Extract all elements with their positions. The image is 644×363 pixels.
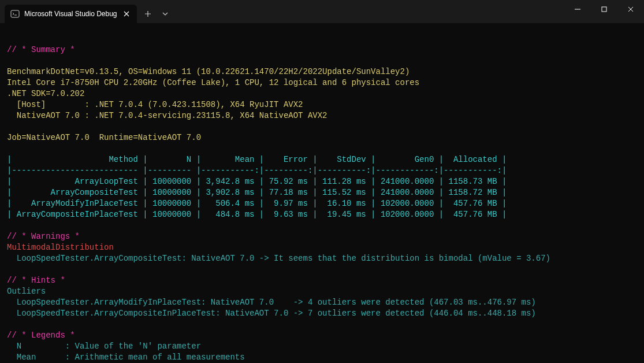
table-row: | ArrayCompositeInPlaceTest | 10000000 |… [7, 210, 507, 219]
env-line: BenchmarkDotNet=v0.13.5, OS=Windows 11 (… [7, 67, 410, 76]
warnings-header: // * Warnings * [7, 232, 80, 241]
hints-line: LoopSpeedTester.ArrayModifyInPlaceTest: … [7, 298, 536, 307]
tab-title: Microsoft Visual Studio Debug [24, 9, 117, 20]
summary-header: // * Summary * [7, 45, 75, 54]
table-row: | ArrayModifyInPlaceTest | 10000000 | 50… [7, 199, 507, 208]
tab-dropdown-button[interactable] [157, 6, 174, 22]
env-line: Intel Core i7-8750H CPU 2.20GHz (Coffee … [7, 78, 419, 87]
warnings-title: MultimodalDistribution [7, 243, 114, 252]
table-header: | Method | N | Mean | Error | StdDev | G… [7, 155, 507, 164]
hints-header: // * Hints * [7, 276, 65, 285]
terminal-icon [10, 9, 20, 18]
hints-title: Outliers [7, 287, 46, 296]
close-window-button[interactable] [617, 0, 644, 18]
svg-rect-3 [602, 7, 606, 12]
legends-line: Mean : Arithmetic mean of all measuremen… [7, 353, 245, 362]
hints-line: LoopSpeedTester.ArrayCompositeInPlaceTes… [7, 309, 536, 318]
tab-close-button[interactable] [122, 9, 131, 18]
env-line: [Host] : .NET 7.0.4 (7.0.423.11508), X64… [7, 100, 303, 109]
maximize-button[interactable] [591, 0, 617, 18]
legends-header: // * Legends * [7, 331, 75, 340]
terminal-tab[interactable]: Microsoft Visual Studio Debug [5, 5, 137, 23]
table-row: | ArrayLoopTest | 10000000 | 3,942.8 ms … [7, 177, 507, 186]
env-line: NativeAOT 7.0 : .NET 7.0.4-servicing.231… [7, 111, 327, 120]
minimize-button[interactable] [564, 0, 591, 18]
env-line: .NET SDK=7.0.202 [7, 89, 84, 98]
window-controls [564, 0, 644, 18]
titlebar: Microsoft Visual Studio Debug [0, 0, 644, 23]
table-separator: |-------------------------- |--------- |… [7, 166, 507, 175]
tab-actions [137, 5, 174, 23]
svg-rect-0 [11, 10, 19, 17]
new-tab-button[interactable] [139, 6, 157, 22]
table-row: | ArrayCompositeTest | 10000000 | 3,902.… [7, 188, 507, 197]
warnings-line: LoopSpeedTester.ArrayCompositeTest: Nati… [7, 254, 550, 263]
job-line: Job=NativeAOT 7.0 Runtime=NativeAOT 7.0 [7, 133, 201, 142]
terminal-output[interactable]: // * Summary * BenchmarkDotNet=v0.13.5, … [0, 23, 644, 363]
legends-line: N : Value of the 'N' parameter [7, 342, 201, 351]
